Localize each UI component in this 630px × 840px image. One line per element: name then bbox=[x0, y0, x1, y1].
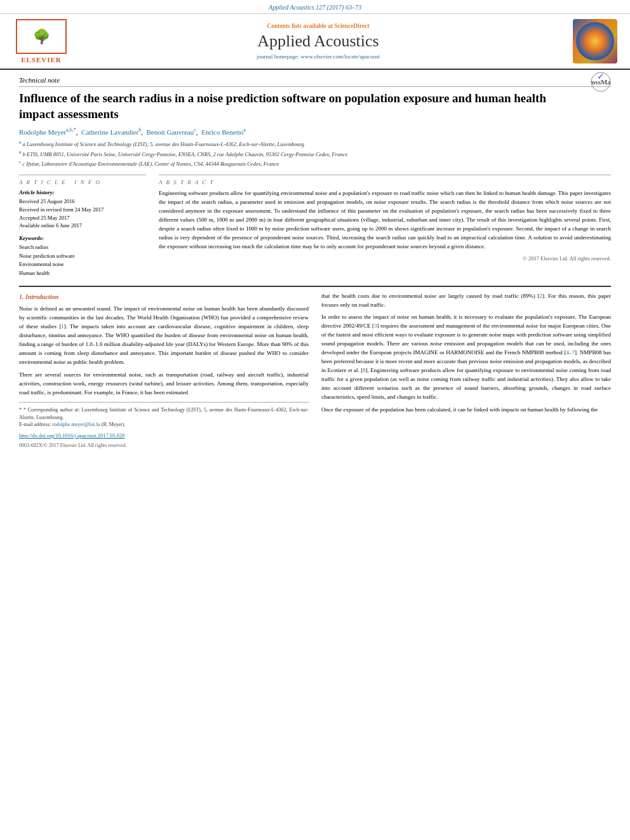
footnote-corresponding: * * Corresponding author at: Luxembourg … bbox=[19, 406, 309, 420]
body-para-1: Noise is defined as an unwanted sound. T… bbox=[19, 305, 309, 367]
journal-title: Applied Acoustics bbox=[70, 32, 566, 51]
received-date: Received 25 August 2016 bbox=[19, 197, 146, 206]
doi-link[interactable]: http://dx.doi.org/10.1016/j.apacoust.201… bbox=[19, 432, 124, 439]
article-type: Technical note bbox=[19, 76, 611, 87]
affiliation-a: a a Luxembourg Institute of Science and … bbox=[19, 140, 611, 149]
author-benetto: Enrico Benetto bbox=[201, 128, 243, 136]
keywords-label: Keywords: bbox=[19, 235, 146, 241]
body-divider bbox=[19, 286, 611, 287]
abstract-heading: A B S T R A C T bbox=[159, 179, 611, 185]
body-para-2: There are several sources for environmen… bbox=[19, 371, 309, 397]
elsevier-logo: 🌳 ELSEVIER bbox=[13, 19, 70, 63]
ref-2[interactable]: 2 bbox=[540, 293, 543, 299]
crossmark-icon: CrossMark ✓ bbox=[591, 72, 611, 92]
body-right-col: that the health costs due to environment… bbox=[321, 292, 611, 450]
ref-8[interactable]: 8 bbox=[363, 367, 366, 373]
available-date: Available online 6 June 2017 bbox=[19, 222, 146, 230]
keyword-4: Human health bbox=[19, 269, 146, 278]
keywords-section: Keywords: Search radius Noise prediction… bbox=[19, 235, 146, 277]
elsevier-wordmark: ELSEVIER bbox=[21, 56, 62, 63]
footnote-email: E-mail address: rodolphe.meyer@list.lu (… bbox=[19, 421, 309, 428]
authors-line: Rodolphe Meyera,b,*, Catherine Lavandier… bbox=[19, 127, 611, 136]
article-history-label: Article history: bbox=[19, 189, 146, 196]
section1-heading: 1. Introduction bbox=[19, 292, 309, 302]
affiliation-c: c c Ifsttar, Laboratoire d'Acoustique En… bbox=[19, 159, 611, 168]
email-label: E-mail address: bbox=[19, 422, 52, 427]
footnote-asterisk: * bbox=[19, 407, 22, 413]
journal-center: Contents lists available at ScienceDirec… bbox=[70, 23, 566, 60]
accepted-date: Accepted 25 May 2017 bbox=[19, 214, 146, 222]
email-suffix: (R. Meyer). bbox=[100, 422, 126, 427]
journal-homepage: journal homepage: www.elsevier.com/locat… bbox=[70, 53, 566, 60]
svg-text:✓: ✓ bbox=[597, 72, 605, 81]
homepage-label: journal homepage: bbox=[257, 53, 300, 60]
main-content: Technical note CrossMark ✓ Influence of … bbox=[0, 70, 630, 456]
sciencedirect-link: Contents lists available at ScienceDirec… bbox=[70, 23, 566, 29]
footnote-area: * * Corresponding author at: Luxembourg … bbox=[19, 402, 309, 428]
copyright-text: © 2017 Elsevier Ltd. All rights reserved… bbox=[159, 255, 611, 262]
body-two-col: 1. Introduction Noise is defined as an u… bbox=[19, 292, 611, 450]
journal-logo-image bbox=[573, 19, 617, 63]
article-history: Article history: Received 25 August 2016… bbox=[19, 189, 146, 230]
article-info-abstract: A R T I C L E I N F O Article history: R… bbox=[19, 175, 611, 277]
article-info-heading: A R T I C L E I N F O bbox=[19, 179, 146, 185]
article-title: Influence of the search radius in a nois… bbox=[19, 91, 611, 122]
journal-logo-right bbox=[566, 19, 617, 63]
author-gauvreau: Benoit Gauvreau bbox=[146, 128, 194, 136]
ref-1[interactable]: 1 bbox=[61, 323, 64, 330]
body-para-3: that the health costs due to environment… bbox=[321, 292, 611, 310]
homepage-url[interactable]: www.elsevier.com/locate/apacoust bbox=[301, 53, 380, 60]
keyword-2: Noise prediction software bbox=[19, 252, 146, 261]
body-para-4: In order to assess the impact of noise o… bbox=[321, 313, 611, 401]
revised-date: Received in revised form 24 May 2017 bbox=[19, 206, 146, 214]
body-para-5: Once the exposure of the population has … bbox=[321, 406, 611, 415]
sciencedirect-name[interactable]: ScienceDirect bbox=[334, 23, 369, 29]
elsevier-logo-box: 🌳 bbox=[16, 19, 67, 54]
page: Applied Acoustics 127 (2017) 63–73 🌳 ELS… bbox=[0, 0, 630, 840]
keyword-3: Environmental noise bbox=[19, 260, 146, 269]
crossmark-badge: CrossMark ✓ bbox=[591, 72, 611, 93]
affiliations: a a Luxembourg Institute of Science and … bbox=[19, 140, 611, 168]
affiliation-b: b b ETIS, UMR 8051, Université Paris Sei… bbox=[19, 150, 611, 159]
email-link[interactable]: rodolphe.meyer@list.lu bbox=[52, 422, 100, 427]
journal-logo-circle bbox=[576, 22, 614, 60]
abstract-column: A B S T R A C T Engineering software pro… bbox=[159, 175, 611, 277]
ref-3[interactable]: 3 bbox=[374, 323, 377, 329]
elsevier-tree-icon: 🌳 bbox=[33, 29, 50, 45]
author-meyer: Rodolphe Meyer bbox=[19, 128, 66, 136]
contents-available-text: Contents lists available at bbox=[267, 23, 334, 29]
abstract-text: Engineering software products allow for … bbox=[159, 189, 611, 251]
ref-4-7[interactable]: 4–7 bbox=[566, 349, 575, 356]
article-info-column: A R T I C L E I N F O Article history: R… bbox=[19, 175, 146, 277]
keyword-1: Search radius bbox=[19, 243, 146, 252]
issn-text: 0003-682X/© 2017 Elsevier Ltd. All right… bbox=[19, 442, 309, 450]
journal-header: 🌳 ELSEVIER Contents lists available at S… bbox=[0, 14, 630, 70]
journal-issue-link[interactable]: Applied Acoustics 127 (2017) 63–73 bbox=[269, 4, 361, 11]
body-left-col: 1. Introduction Noise is defined as an u… bbox=[19, 292, 309, 450]
top-bar: Applied Acoustics 127 (2017) 63–73 bbox=[0, 0, 630, 14]
author-lavandier: Catherine Lavandier bbox=[81, 128, 138, 136]
